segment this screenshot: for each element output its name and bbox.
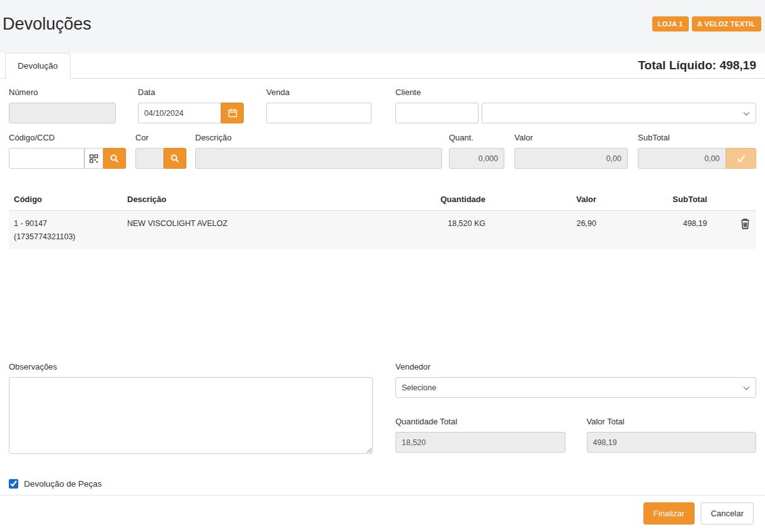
cell-subtotal: 498,19	[601, 211, 712, 250]
cor-label: Cor	[135, 133, 186, 142]
col-header-subtotal: SubTotal	[601, 187, 712, 211]
finalizar-button[interactable]: Finalizar	[643, 502, 694, 524]
cell-codigo: 1 - 90147 (1735774321103)	[9, 211, 122, 250]
valor-input	[514, 148, 628, 169]
cor-search-button[interactable]	[164, 148, 186, 169]
search-icon	[171, 154, 179, 163]
tab-devolucao[interactable]: Devolução	[5, 53, 71, 79]
quantidade-total-input	[395, 432, 565, 453]
observacoes-label: Observações	[9, 362, 373, 371]
codigo-search-button[interactable]	[103, 148, 126, 169]
valor-total-label: Valor Total	[587, 417, 757, 426]
venda-field-group: Venda	[266, 88, 371, 123]
company-badge: A VELOZ TEXTIL	[692, 16, 761, 31]
items-table-wrap: Código Descrição Quantidade Valor SubTot…	[9, 187, 756, 348]
form-area: Número Data	[0, 79, 765, 178]
valor-total-input	[587, 432, 757, 453]
trash-icon	[740, 218, 750, 229]
totals-row: Quantidade Total Valor Total	[395, 417, 756, 453]
total-liquido-value: 498,19	[720, 59, 756, 72]
col-header-descricao: Descrição	[122, 187, 374, 211]
valor-total-field-group: Valor Total	[587, 417, 757, 453]
col-header-quantidade: Quantidade	[374, 187, 490, 211]
data-label: Data	[138, 88, 244, 97]
cell-valor: 26,90	[490, 211, 601, 250]
observacoes-field-group: Observações	[9, 362, 373, 454]
subtotal-input	[638, 148, 726, 169]
descricao-input	[195, 148, 442, 169]
devolucao-pecas-row: Devolução de Peças	[9, 479, 756, 489]
items-table: Código Descrição Quantidade Valor SubTot…	[9, 187, 756, 249]
quantidade-total-field-group: Quantidade Total	[395, 417, 565, 453]
venda-input[interactable]	[266, 103, 371, 123]
devolucao-pecas-label[interactable]: Devolução de Peças	[24, 479, 102, 489]
descricao-field-group: Descrição	[195, 133, 442, 169]
valor-label: Valor	[514, 133, 628, 142]
descricao-label: Descrição	[195, 133, 442, 142]
search-icon	[110, 154, 119, 163]
cliente-label: Cliente	[395, 88, 756, 97]
quantidade-total-label: Quantidade Total	[395, 417, 565, 426]
vendedor-select[interactable]: Selecione	[395, 377, 756, 398]
barcode-button[interactable]	[84, 148, 103, 169]
page-title: Devoluções	[3, 14, 91, 34]
bottom-section: Observações Vendedor Selecione Quantidad…	[0, 348, 765, 454]
data-input[interactable]	[138, 103, 221, 123]
calendar-icon	[228, 108, 237, 118]
observacoes-textarea[interactable]	[9, 377, 373, 454]
devolucao-pecas-checkbox[interactable]	[9, 479, 18, 489]
codigo-line2: (1735774321103)	[14, 230, 117, 244]
valor-field-group: Valor	[514, 133, 628, 169]
barcode-icon	[89, 154, 98, 163]
form-row-2: Código/CCD	[9, 133, 756, 169]
cor-field-group: Cor	[135, 133, 186, 169]
table-header-row: Código Descrição Quantidade Valor SubTot…	[9, 187, 756, 211]
total-liquido: Total Líquido: 498,19	[638, 59, 756, 78]
badges: LOJA 1 A VELOZ TEXTIL	[652, 16, 761, 31]
codigo-ccd-input[interactable]	[9, 148, 84, 169]
cancelar-button[interactable]: Cancelar	[701, 502, 754, 524]
total-liquido-label: Total Líquido:	[638, 59, 716, 72]
codigo-ccd-label: Código/CCD	[9, 133, 126, 142]
cell-quantidade: 18,520 KG	[374, 211, 490, 250]
bottom-right-column: Vendedor Selecione Quantidade Total Valo…	[395, 362, 756, 454]
col-header-codigo: Código	[9, 187, 122, 211]
numero-field-group: Número	[9, 88, 116, 123]
store-badge: LOJA 1	[652, 16, 689, 31]
col-header-valor: Valor	[490, 187, 601, 211]
quant-input	[449, 148, 504, 169]
tab-bar: Devolução Total Líquido: 498,19	[0, 53, 765, 79]
subtotal-label: SubTotal	[638, 133, 756, 142]
cliente-field-group: Cliente	[395, 88, 756, 123]
col-header-actions	[712, 187, 756, 211]
venda-label: Venda	[266, 88, 371, 97]
data-field-group: Data	[138, 88, 244, 123]
quant-label: Quant.	[449, 133, 504, 142]
cliente-select[interactable]	[482, 103, 756, 123]
vendedor-label: Vendedor	[395, 362, 756, 371]
check-icon	[737, 155, 745, 162]
main-card: Devolução Total Líquido: 498,19 Número D…	[0, 53, 765, 532]
numero-label: Número	[9, 88, 116, 97]
codigo-ccd-field-group: Código/CCD	[9, 133, 126, 169]
cell-actions	[712, 211, 756, 250]
numero-input	[9, 103, 116, 123]
quant-field-group: Quant.	[449, 133, 504, 169]
calendar-button[interactable]	[221, 103, 244, 123]
cor-input	[135, 148, 164, 169]
cell-descricao: NEW VISCOLIGHT AVELOZ	[122, 211, 374, 250]
codigo-line1: 1 - 90147	[14, 217, 117, 230]
cliente-code-input[interactable]	[395, 103, 479, 123]
delete-row-button[interactable]	[739, 217, 751, 232]
footer-actions: Finalizar Cancelar	[0, 495, 765, 532]
confirm-item-button[interactable]	[726, 148, 756, 169]
form-row-1: Número Data	[9, 88, 756, 123]
subtotal-field-group: SubTotal	[638, 133, 756, 169]
table-row: 1 - 90147 (1735774321103) NEW VISCOLIGHT…	[9, 211, 756, 250]
page-header: Devoluções LOJA 1 A VELOZ TEXTIL	[0, 0, 765, 53]
